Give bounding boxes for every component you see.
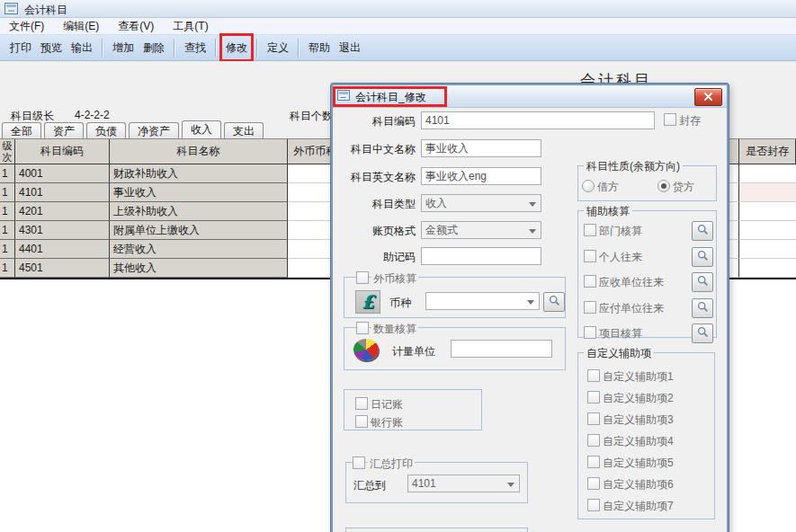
cell-spacer[interactable]	[729, 183, 739, 202]
toolbar-button-add[interactable]: 增加	[109, 38, 138, 58]
custom-checkbox-0[interactable]	[587, 369, 600, 382]
aux-checkbox-4[interactable]	[584, 326, 596, 339]
field-input-1[interactable]: 事业收入	[421, 139, 541, 157]
toolbar-button-help[interactable]: 帮助	[305, 38, 334, 58]
aux-checkbox-3[interactable]	[584, 301, 596, 314]
cell-spacer[interactable]	[729, 164, 739, 183]
cell-code[interactable]: 4301	[15, 221, 110, 240]
aux-search-button-2[interactable]	[692, 272, 713, 292]
cell-code[interactable]: 4501	[15, 259, 110, 278]
custom-checkbox-1[interactable]	[587, 391, 600, 403]
field-input-2[interactable]: 事业收入eng	[421, 167, 541, 185]
cell-level[interactable]: 1	[0, 240, 15, 259]
custom-checkbox-3[interactable]	[587, 434, 600, 447]
aux-checkbox-0[interactable]	[584, 224, 596, 236]
aux-search-button-1[interactable]	[692, 247, 713, 267]
custom-checkbox-label-4: 自定义辅助项5	[603, 456, 674, 471]
cell-name[interactable]: 其他收入	[110, 259, 288, 278]
aux-search-button-3[interactable]	[692, 298, 713, 318]
tab-income[interactable]: 收入	[182, 120, 221, 138]
field-select-4[interactable]: 金额式	[421, 221, 541, 239]
custom-checkbox-2[interactable]	[587, 412, 600, 425]
cell-sealed[interactable]	[739, 221, 796, 240]
cell-sealed[interactable]	[739, 183, 796, 202]
cell-code[interactable]: 4201	[15, 202, 110, 221]
aux-checkbox-label-0: 部门核算	[599, 224, 642, 239]
cell-name[interactable]: 上级补助收入	[110, 202, 288, 221]
cell-sealed[interactable]	[739, 240, 796, 259]
tab-expense[interactable]: 支出	[224, 122, 264, 138]
menu-item-tools[interactable]: 工具(T)	[169, 18, 211, 35]
quantity-checkbox[interactable]	[356, 322, 369, 334]
dialog-titlebar[interactable]: 会计科目_修改	[333, 85, 727, 108]
menu-item-edit[interactable]: 编辑(E)	[59, 18, 103, 35]
custom-checkbox-5[interactable]	[587, 477, 600, 490]
tab-liabilities[interactable]: 负债	[86, 122, 126, 138]
cell-level[interactable]: 1	[0, 221, 15, 240]
cell-name[interactable]: 财政补助收入	[110, 164, 288, 183]
toolbar-separator	[298, 39, 300, 57]
cell-spacer[interactable]	[729, 202, 739, 221]
cell-level[interactable]: 1	[0, 164, 15, 183]
cell-spacer[interactable]	[729, 221, 739, 240]
column-header-label: 外币币种	[293, 144, 336, 159]
tab-assets[interactable]: 资产	[44, 122, 84, 138]
toolbar-button-print[interactable]: 打印	[6, 38, 35, 58]
summary-checkbox-label: 汇总打印	[368, 457, 415, 472]
cell-code[interactable]: 4401	[15, 240, 110, 259]
nature-radio-0[interactable]	[582, 180, 595, 192]
aux-search-button-4[interactable]	[692, 324, 713, 343]
close-button[interactable]	[694, 88, 722, 106]
aux-checkbox-1[interactable]	[584, 250, 596, 262]
cell-code[interactable]: 4101	[15, 183, 110, 202]
cell-name[interactable]: 附属单位上缴收入	[110, 221, 288, 240]
currency-select[interactable]	[425, 292, 540, 310]
nature-radio-1[interactable]	[657, 180, 670, 192]
cell-level[interactable]: 1	[0, 183, 15, 202]
toolbar-button-delete[interactable]: 删除	[139, 38, 168, 58]
toolbar-button-exit[interactable]: 退出	[335, 38, 364, 58]
field-select-3[interactable]: 收入	[421, 194, 541, 212]
toolbar-button-define[interactable]: 定义	[264, 38, 292, 58]
tab-net-assets[interactable]: 净资产	[129, 122, 179, 138]
toolbar-separator	[256, 39, 258, 57]
summary-checkbox[interactable]	[353, 457, 365, 469]
custom-checkbox-6[interactable]	[587, 499, 600, 511]
custom-checkbox-label-0: 自定义辅助项1	[603, 369, 674, 385]
unit-input[interactable]	[451, 340, 552, 358]
column-header-label: 科目名称	[177, 144, 220, 159]
aux-search-button-0[interactable]	[692, 221, 713, 241]
menu-item-view[interactable]: 查看(V)	[114, 18, 157, 35]
cell-sealed[interactable]	[739, 259, 796, 278]
field-input-5[interactable]	[421, 247, 541, 265]
toolbar-button-output[interactable]: 输出	[67, 38, 96, 58]
custom-checkbox-4[interactable]	[587, 456, 600, 468]
book-checkbox-0[interactable]	[355, 397, 368, 410]
cell-name[interactable]: 事业收入	[110, 183, 288, 202]
book-checkbox-label-1: 银行账	[371, 415, 403, 430]
cell-name[interactable]: 经营收入	[110, 240, 288, 259]
toolbar-button-find[interactable]: 查找	[181, 38, 210, 58]
cell-sealed[interactable]	[739, 202, 796, 221]
book-checkbox-label-0: 日记账	[371, 397, 403, 412]
book-checkbox-1[interactable]	[355, 415, 368, 428]
cell-spacer[interactable]	[729, 259, 739, 278]
cell-spacer[interactable]	[729, 240, 739, 259]
cell-level[interactable]: 1	[0, 202, 15, 221]
column-header-5: 是否封存	[739, 139, 796, 164]
cell-level[interactable]: 1	[0, 259, 15, 278]
cell-sealed[interactable]	[739, 164, 796, 183]
menu-item-file[interactable]: 文件(F)	[5, 18, 48, 35]
currency-search-button[interactable]	[543, 292, 565, 312]
seal-checkbox[interactable]	[664, 113, 676, 126]
toolbar-button-preview[interactable]: 预览	[37, 38, 66, 58]
chevron-down-icon	[527, 300, 534, 305]
summary-target-select[interactable]: 4101	[407, 474, 520, 492]
tab-all[interactable]: 全部	[2, 122, 41, 138]
custom-checkbox-label-5: 自定义辅助项6	[603, 477, 674, 492]
toolbar-button-modify[interactable]: 修改	[222, 38, 251, 58]
cell-code[interactable]: 4001	[15, 164, 110, 183]
field-input-0[interactable]: 4101	[421, 111, 655, 129]
aux-checkbox-2[interactable]	[584, 275, 596, 288]
currency-checkbox[interactable]	[356, 271, 369, 284]
